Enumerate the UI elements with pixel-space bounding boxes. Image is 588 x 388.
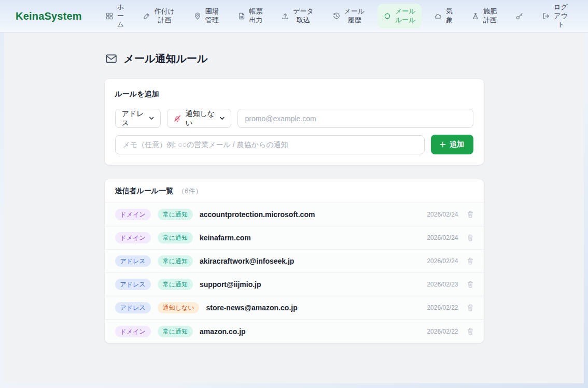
rule-value: amazon.co.jp [200, 327, 246, 336]
trash-icon [466, 304, 474, 312]
plus-icon [440, 141, 446, 148]
rule-type-select-value: アドレス [122, 109, 145, 128]
nav-item-mail-rules[interactable]: メール ルール [377, 4, 422, 28]
logout-icon [542, 12, 550, 20]
rule-type-badge: ドメイン [115, 209, 151, 220]
trash-icon [466, 327, 474, 336]
rules-list-count: （6件） [178, 186, 202, 196]
rule-row: アドレス 通知しない store-news@amazon.co.jp 2026/… [105, 296, 484, 320]
rule-action-badge: 常に通知 [158, 255, 193, 267]
chevron-down-icon [220, 117, 225, 120]
rules-list-card: 送信者ルール一覧 （6件） ドメイン 常に通知 accountprotectio… [104, 179, 484, 343]
page-title: メール通知ルール [105, 52, 484, 66]
nav-item-key[interactable] [510, 8, 529, 24]
document-icon [237, 12, 246, 20]
rule-action-badge: 常に通知 [158, 326, 193, 337]
rule-value: support@iijmio.jp [200, 280, 261, 289]
nav-item-field-management[interactable]: 圃場 管理 [188, 4, 225, 28]
rule-type-badge: アドレス [115, 279, 151, 290]
delete-rule-button[interactable] [465, 256, 475, 266]
delete-rule-button[interactable] [465, 303, 475, 313]
memo-input[interactable] [115, 135, 425, 154]
rule-action-badge: 通知しない [158, 302, 200, 313]
rule-type-badge: ドメイン [115, 326, 151, 337]
circle-icon [383, 12, 391, 20]
rule-date: 2026/02/24 [427, 211, 458, 218]
add-rule-button[interactable]: 追加 [431, 135, 473, 154]
grid-icon [105, 12, 114, 20]
nav-item-logout[interactable]: ログ アウ ト [536, 0, 573, 33]
add-rule-button-label: 追加 [450, 140, 464, 149]
rule-action-select[interactable]: 通知しない [167, 109, 231, 128]
rule-row: ドメイン 常に通知 accountprotection.microsoft.co… [105, 203, 484, 226]
rule-date: 2026/02/24 [427, 257, 458, 265]
rule-row: アドレス 常に通知 akiracraftwork@infoseek.jp 202… [105, 250, 484, 273]
trash-icon [466, 210, 474, 219]
rule-row: ドメイン 常に通知 amazon.co.jp 2026/02/22 [105, 320, 484, 343]
rule-type-select[interactable]: アドレス [115, 109, 161, 128]
nav-item-report-output[interactable]: 帳票 出力 [232, 4, 269, 28]
add-rule-card: ルールを追加 アドレス 通知しない [104, 78, 484, 165]
delete-rule-button[interactable] [465, 233, 475, 243]
rule-type-badge: アドレス [115, 255, 151, 267]
rule-action-select-value: 通知しない [186, 109, 215, 128]
rules-list-body: ドメイン 常に通知 accountprotection.microsoft.co… [105, 203, 484, 343]
brand-logo[interactable]: KeinaSystem [16, 10, 82, 22]
upload-icon [281, 12, 289, 20]
rule-action-badge: 常に通知 [158, 209, 193, 220]
history-icon [332, 12, 341, 20]
delete-rule-button[interactable] [465, 326, 475, 337]
rule-row: ドメイン 常に通知 keinafarm.com 2026/02/24 [105, 226, 484, 250]
rule-type-badge: ドメイン [115, 232, 151, 243]
nav-item-planting-plan[interactable]: 作付け 計画 [137, 4, 180, 28]
rule-value: store-news@amazon.co.jp [206, 304, 297, 312]
rule-date: 2026/02/24 [427, 234, 458, 241]
trash-icon [466, 257, 474, 265]
rule-value: keinafarm.com [200, 234, 251, 242]
rules-list-header: 送信者ルール一覧 （6件） [105, 179, 484, 203]
trash-icon [466, 280, 474, 289]
rule-date: 2026/02/23 [427, 281, 458, 288]
map-pin-icon [193, 12, 202, 20]
nav-item-fertilizer-plan[interactable]: 施肥 計画 [466, 4, 502, 28]
rule-date: 2026/02/22 [427, 304, 458, 311]
key-icon [515, 12, 524, 20]
trash-icon [466, 234, 474, 242]
nav-item-mail-history[interactable]: メール 履歴 [327, 4, 371, 28]
rule-type-badge: アドレス [115, 302, 151, 313]
rule-action-badge: 常に通知 [158, 232, 193, 243]
add-rule-heading: ルールを追加 [115, 90, 473, 99]
flask-icon [471, 12, 480, 20]
nav-item-weather[interactable]: 気 象 [428, 4, 458, 28]
page-title-text: メール通知ルール [124, 52, 208, 66]
rule-row: アドレス 常に通知 support@iijmio.jp 2026/02/23 [105, 273, 484, 296]
rule-date: 2026/02/22 [427, 328, 458, 335]
address-input[interactable] [237, 109, 473, 128]
main-nav: ホ ー ム 作付け 計画 圃場 管理 帳票 出力 データ 取込 メール 履歴 メ… [100, 0, 573, 33]
rules-list-title: 送信者ルール一覧 [115, 186, 174, 196]
envelope-icon [105, 53, 117, 65]
nav-item-home[interactable]: ホ ー ム [100, 0, 130, 33]
cloud-icon [434, 12, 442, 20]
main-surface: メール通知ルール ルールを追加 アドレス 通知しな [4, 33, 584, 383]
rule-value: accountprotection.microsoft.com [200, 210, 315, 219]
pen-icon [143, 12, 151, 20]
nav-item-data-import[interactable]: データ 取込 [275, 4, 319, 28]
delete-rule-button[interactable] [465, 209, 475, 220]
delete-rule-button[interactable] [465, 279, 475, 290]
rule-value: akiracraftwork@infoseek.jp [200, 257, 295, 265]
rule-action-badge: 常に通知 [158, 279, 193, 290]
chevron-down-icon [149, 117, 154, 120]
bell-muted-icon [174, 115, 181, 122]
top-navbar: KeinaSystem ホ ー ム 作付け 計画 圃場 管理 帳票 出力 データ… [0, 0, 588, 33]
